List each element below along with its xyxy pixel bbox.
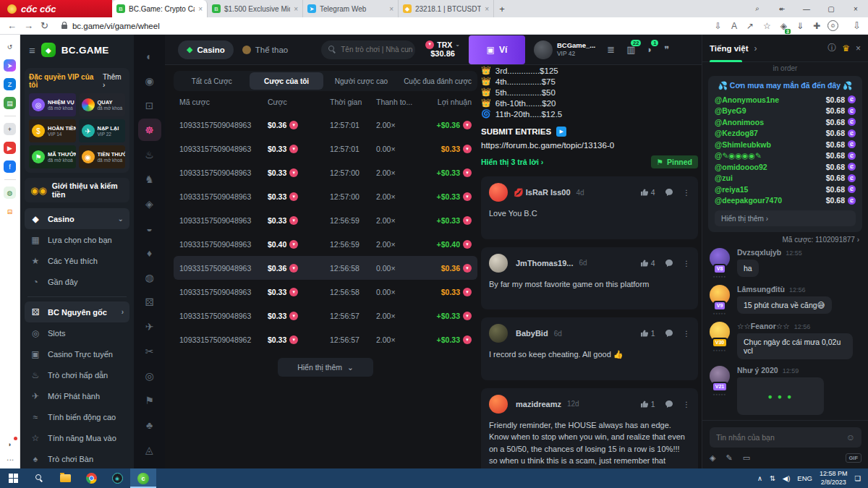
menu-high-volatility[interactable]: ≈ Tính biến động cao <box>25 406 129 427</box>
winner-username[interactable]: @ByeG9 <box>715 106 826 115</box>
table-row[interactable]: 10933157509048963 $0.33▼ 12:56:59 2.00× … <box>174 208 477 232</box>
emoji-icon[interactable]: ☺ <box>846 432 855 442</box>
chevron-right-icon[interactable]: › <box>754 43 757 53</box>
menu-hot-games[interactable]: ♨ Trò chơi hấp dẫn <box>25 364 129 385</box>
url-box[interactable]: bc.game/vi/game/wheel <box>56 22 707 30</box>
minimize-button[interactable]: — <box>794 5 819 13</box>
coupon-icon[interactable]: ▭ <box>743 453 750 463</box>
game-category-icon[interactable]: ◍ <box>138 266 161 288</box>
game-category-icon[interactable]: ⚑ <box>138 389 161 411</box>
extensions-icon[interactable]: ✚ <box>813 21 820 31</box>
table-row[interactable]: 10933157509048962 $0.33▼ 12:56:57 2.00× … <box>174 328 477 351</box>
like-button[interactable]: 4 <box>640 259 655 267</box>
maximize-button[interactable]: ▢ <box>819 5 843 13</box>
like-button[interactable]: 4 <box>640 188 655 197</box>
menu-casino[interactable]: ◆ Casino ⌄ <box>25 208 129 229</box>
facebook-icon[interactable]: f <box>4 160 16 173</box>
game-category-icon[interactable]: ◒ <box>138 217 161 239</box>
reload-icon[interactable]: ↻ <box>41 20 48 31</box>
bcgame-logo-icon[interactable]: ◆ <box>41 43 56 57</box>
hidden-icons-chevron[interactable]: ∧ <box>757 474 762 482</box>
game-category-icon[interactable]: ◬ <box>138 438 161 461</box>
football-icon[interactable]: ◍ <box>4 187 16 199</box>
bcgame-logo-text[interactable]: BC.GAME <box>61 45 109 56</box>
table-row[interactable]: 10933157509048963 $0.40▼ 12:56:59 2.00× … <box>174 232 477 256</box>
winner-username[interactable]: @deepakgour7470 <box>715 196 826 205</box>
table-row[interactable]: 10933157509048963 $0.33▼ 12:57:00 2.00× … <box>174 184 477 208</box>
chat-username[interactable]: Lâmsungđitù <box>737 285 785 294</box>
download-arrow-icon[interactable]: ⇩ <box>853 20 861 31</box>
translate-icon[interactable]: A <box>731 21 737 31</box>
winner-username[interactable]: @Anonimoos <box>715 118 826 127</box>
comment-username[interactable]: mazidreamz <box>514 400 561 408</box>
profile-avatar-icon[interactable]: ☺ <box>827 20 838 31</box>
show-more-button[interactable]: Hiển thị thêm⌄ <box>278 358 373 377</box>
table-row[interactable]: 10933157509048963 $0.33▼ 12:56:58 0.00× … <box>174 280 477 304</box>
menu-live-casino[interactable]: ▣ Casino Trực tuyến <box>25 343 129 364</box>
game-category-icon[interactable]: ◎ <box>138 364 161 387</box>
bookmark-star-icon[interactable]: ☆ <box>763 21 771 31</box>
bet-id-link[interactable]: Mã cược: 1102091877 › <box>711 236 859 244</box>
menu-slots[interactable]: ◎ Slots <box>25 322 129 343</box>
forward-icon[interactable]: → <box>24 20 33 31</box>
vip-card[interactable]: QUAYđã mở khoá <box>79 93 126 116</box>
chrome-icon[interactable] <box>78 468 104 488</box>
new-tab-button[interactable]: + <box>494 0 510 17</box>
show-more-button[interactable]: Hiển thị thêm › <box>715 210 856 226</box>
table-row[interactable]: 10933157509048963 $0.36▼ 12:57:01 2.00× … <box>174 113 477 137</box>
menu-table-games[interactable]: ♠ Trò chơi Bàn <box>25 448 129 468</box>
game-category-icon[interactable]: ♣ <box>138 414 161 436</box>
winner-username[interactable]: @zui <box>715 174 826 182</box>
tab-search-icon[interactable]: ⌕ <box>745 4 770 13</box>
tab-close-icon[interactable]: × <box>485 5 489 13</box>
sports-tab[interactable]: Thể thao <box>242 46 288 54</box>
trophy-icon[interactable]: ♛ <box>842 43 850 53</box>
game-category-icon[interactable]: ♦ <box>138 241 161 264</box>
clock[interactable]: 12:58 PM 2/8/2023 <box>820 470 848 487</box>
coccoc-taskbar-icon[interactable]: c <box>130 468 156 488</box>
volume-icon[interactable]: ◀) <box>783 474 790 482</box>
profile-area[interactable]: BCGame_...VIP 42 <box>534 40 595 59</box>
avatar[interactable] <box>489 395 508 414</box>
vip-more-link[interactable]: Thêm › <box>103 73 125 89</box>
winner-username[interactable]: @Anonymous1ne <box>715 95 826 104</box>
wallet-button[interactable]: ▣ Ví <box>469 35 525 64</box>
bet-tab[interactable]: Người cược cao <box>325 72 398 90</box>
tab-close-icon[interactable]: × <box>198 5 203 13</box>
game-category-icon[interactable]: ✈ <box>138 315 161 338</box>
like-button[interactable]: 1 <box>640 400 655 408</box>
game-category-icon[interactable]: ♨ <box>138 143 161 166</box>
gif-button[interactable]: GIF <box>846 453 862 463</box>
menu-buy-feature[interactable]: ☆ Tính năng Mua vào <box>25 427 129 448</box>
divider[interactable] <box>4 179 16 180</box>
download-box-icon[interactable]: ⇓ <box>796 21 804 31</box>
shield-icon[interactable]: ◈ 3 <box>780 21 787 31</box>
reply-button[interactable] <box>665 400 673 408</box>
game-category-icon[interactable]: ✂ <box>138 340 161 362</box>
list-icon[interactable]: ≣ <box>607 44 615 55</box>
game-category-icon[interactable]: ◈ <box>138 192 161 215</box>
forum-topic-link[interactable]: https://forum.bc.game/topic/13136-0 <box>481 141 698 150</box>
close-button[interactable]: × <box>843 5 868 13</box>
games-icon[interactable]: ▤ <box>4 97 16 109</box>
hamburger-menu-icon[interactable]: ≡ <box>29 44 35 56</box>
menu-picks-for-you[interactable]: ▦ Lựa chọn cho bạn <box>25 229 129 250</box>
chat-username[interactable]: Như ý 2020 <box>737 366 778 374</box>
chat-message-input[interactable] <box>716 433 846 442</box>
balance-display[interactable]: ▼TRX⌄ $30.86 <box>425 40 460 59</box>
game-category-icon[interactable]: ☸ <box>138 119 161 141</box>
vip-card[interactable]: ⚑ MÃ THƯỞNGđã mở khoá <box>29 145 76 168</box>
comment-username[interactable]: JmThomas19... <box>514 259 573 267</box>
vip-card[interactable]: ✈ NẠP LẠIVIP 22 <box>79 119 126 142</box>
add-icon[interactable]: + <box>4 123 16 135</box>
winner-username[interactable]: @Kezdog87 <box>715 129 826 137</box>
chat-input-box[interactable]: ☺ <box>710 427 861 448</box>
menu-recent[interactable]: ◔ Gần đây <box>25 271 129 292</box>
comment-username[interactable]: BabyBid <box>514 329 548 338</box>
bet-tab[interactable]: Cược của tôi <box>250 72 323 90</box>
avatar[interactable] <box>534 40 553 59</box>
tab-history-icon[interactable]: ↞ <box>770 5 794 13</box>
avatar[interactable] <box>489 324 508 343</box>
taskbar-search-icon[interactable] <box>26 468 52 488</box>
more-icon[interactable]: ⋮ <box>6 457 14 464</box>
